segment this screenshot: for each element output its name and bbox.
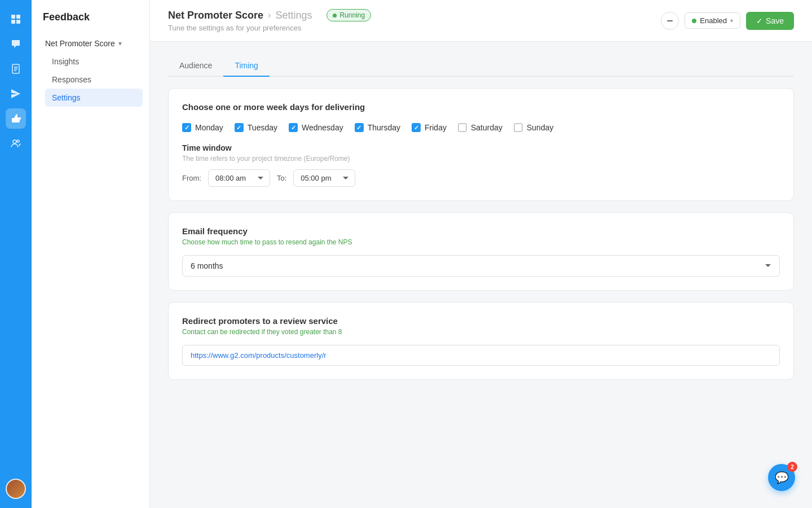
time-row: From: 08:00 am 09:00 am 10:00 am To: 05:… <box>182 169 780 187</box>
checkbox-monday[interactable] <box>182 123 191 132</box>
weekdays-title: Choose one or more week days for deliver… <box>182 102 780 112</box>
sidebar-title: Feedback <box>32 11 149 34</box>
weekday-thursday: Thursday <box>355 123 400 132</box>
enabled-dropdown[interactable]: Enabled ▾ <box>685 12 740 29</box>
weekday-saturday-label: Saturday <box>471 123 502 132</box>
svg-point-9 <box>17 140 19 142</box>
checkbox-friday[interactable] <box>412 123 421 132</box>
svg-point-8 <box>13 140 16 143</box>
weekday-thursday-label: Thursday <box>368 123 400 132</box>
checkbox-sunday[interactable] <box>514 123 523 132</box>
weekday-monday-label: Monday <box>195 123 223 132</box>
weekday-friday-label: Friday <box>425 123 447 132</box>
from-time-select[interactable]: 08:00 am 09:00 am 10:00 am <box>208 169 270 187</box>
checkbox-tuesday[interactable] <box>235 123 244 132</box>
breadcrumb-current: Settings <box>275 10 312 21</box>
from-label: From: <box>182 174 201 182</box>
running-dot <box>333 14 337 17</box>
users-icon[interactable] <box>6 133 26 154</box>
email-frequency-select[interactable]: 1 month 2 months 3 months 6 months 12 mo… <box>182 255 780 277</box>
time-window-subtitle: The time refers to your project timezone… <box>182 155 780 163</box>
svg-rect-2 <box>11 20 15 24</box>
chat-bubble-icon[interactable] <box>6 34 26 54</box>
sidebar-section: Net Promoter Score ▾ Insights Responses … <box>32 34 149 109</box>
running-badge: Running <box>326 9 371 21</box>
save-button[interactable]: ✓ Save <box>746 12 794 30</box>
to-time-select[interactable]: 05:00 pm 06:00 pm <box>293 169 355 187</box>
redirect-card: Redirect promoters to a review service C… <box>168 302 794 380</box>
weekday-sunday-label: Sunday <box>527 123 553 132</box>
content-area: Audience Timing Choose one or more week … <box>150 42 812 508</box>
grid-icon[interactable] <box>6 9 26 29</box>
weekday-wednesday-label: Wednesday <box>302 123 343 132</box>
checkmark-icon: ✓ <box>756 16 763 25</box>
weekday-friday: Friday <box>412 123 447 132</box>
redirect-subtitle: Contact can be redirected if they voted … <box>182 328 780 336</box>
minus-button[interactable] <box>661 12 679 30</box>
sidebar: Feedback Net Promoter Score ▾ Insights R… <box>32 0 150 508</box>
redirect-url-input[interactable] <box>182 345 780 366</box>
tab-audience[interactable]: Audience <box>168 55 223 77</box>
chat-badge: 2 <box>787 462 797 472</box>
icon-rail <box>0 0 32 508</box>
weekday-wednesday: Wednesday <box>289 123 343 132</box>
running-label: Running <box>339 11 365 19</box>
checkbox-wednesday[interactable] <box>289 123 298 132</box>
weekday-tuesday-label: Tuesday <box>248 123 277 132</box>
avatar[interactable] <box>6 479 26 499</box>
breadcrumb: Net Promoter Score › Settings Running <box>168 9 371 21</box>
time-window-title: Time window <box>182 143 780 152</box>
sidebar-item-settings[interactable]: Settings <box>45 89 143 107</box>
to-label: To: <box>277 174 286 182</box>
weekday-saturday: Saturday <box>458 123 502 132</box>
tab-timing[interactable]: Timing <box>223 55 270 77</box>
svg-rect-0 <box>11 15 15 19</box>
checkbox-thursday[interactable] <box>355 123 364 132</box>
time-window-section: Time window The time refers to your proj… <box>182 143 780 187</box>
enabled-label: Enabled <box>700 16 727 25</box>
chevron-down-icon: ▾ <box>118 40 122 47</box>
svg-rect-3 <box>16 20 20 24</box>
save-label: Save <box>766 16 784 25</box>
page-subtitle: Tune the settings as for your preference… <box>168 24 371 32</box>
sidebar-item-responses[interactable]: Responses <box>45 71 143 89</box>
svg-rect-10 <box>667 20 673 21</box>
email-frequency-title: Email frequency <box>182 226 780 236</box>
checkbox-saturday[interactable] <box>458 123 467 132</box>
email-frequency-card: Email frequency Choose how much time to … <box>168 212 794 291</box>
svg-rect-1 <box>16 15 20 19</box>
sidebar-sub-items: Insights Responses Settings <box>38 52 143 107</box>
redirect-title: Redirect promoters to a review service <box>182 316 780 326</box>
enabled-dot <box>692 19 696 23</box>
thumbs-up-icon[interactable] <box>6 108 26 129</box>
main-content: Net Promoter Score › Settings Running Tu… <box>150 0 812 508</box>
tab-bar: Audience Timing <box>168 55 794 77</box>
weekday-tuesday: Tuesday <box>235 123 277 132</box>
weekdays-list: Monday Tuesday Wednesday Thursday <box>182 123 780 132</box>
breadcrumb-separator: › <box>268 10 271 20</box>
document-icon[interactable] <box>6 59 26 79</box>
send-icon[interactable] <box>6 84 26 104</box>
email-frequency-subtitle: Choose how much time to pass to resend a… <box>182 238 780 246</box>
weekday-sunday: Sunday <box>514 123 553 132</box>
page-header: Net Promoter Score › Settings Running Tu… <box>150 0 812 42</box>
nps-group: Net Promoter Score ▾ Insights Responses … <box>38 34 143 107</box>
weekday-monday: Monday <box>182 123 223 132</box>
chat-button[interactable]: 💬 2 <box>768 464 795 491</box>
chat-icon: 💬 <box>775 471 789 484</box>
breadcrumb-parent: Net Promoter Score <box>168 10 263 21</box>
weekdays-card: Choose one or more week days for deliver… <box>168 88 794 201</box>
nps-label: Net Promoter Score <box>45 39 115 48</box>
sidebar-item-insights[interactable]: Insights <box>45 52 143 71</box>
chevron-down-icon: ▾ <box>730 17 733 24</box>
sidebar-item-nps[interactable]: Net Promoter Score ▾ <box>38 34 143 52</box>
